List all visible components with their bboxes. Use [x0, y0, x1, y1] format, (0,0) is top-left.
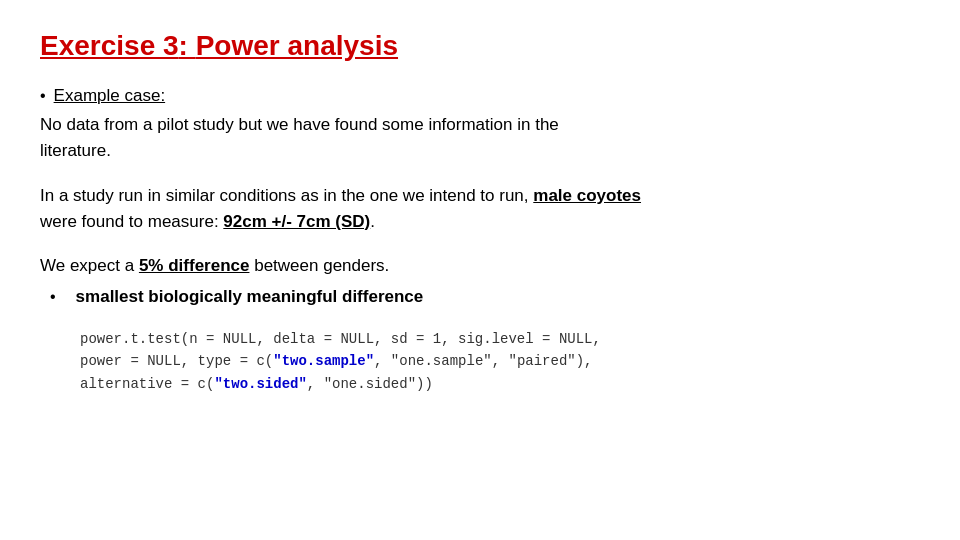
paragraph-2-measure: 92cm +/- 7cm (SD) [223, 212, 370, 231]
title-exercise: Exercise 3 [40, 30, 179, 61]
paragraph-2-bold-underline: male coyotes [533, 186, 641, 205]
paragraph-1-line2: literature. [40, 141, 111, 160]
paragraph-3-bold-underline: 5% difference [139, 256, 250, 275]
paragraph-1: No data from a pilot study but we have f… [40, 112, 920, 165]
paragraph-3-suffix: between genders. [249, 256, 389, 275]
paragraph-3-prefix: We expect a [40, 256, 139, 275]
paragraph-3-section: We expect a 5% difference between gender… [40, 253, 920, 310]
paragraph-3: We expect a 5% difference between gender… [40, 253, 920, 279]
paragraph-2: In a study run in similar conditions as … [40, 183, 920, 236]
paragraph-2-section: In a study run in similar conditions as … [40, 183, 920, 236]
code-line-3: alternative = c("two.sided", "one.sided"… [80, 373, 920, 395]
sub-bullet: • smallest biologically meaningful diffe… [40, 284, 920, 310]
paragraph-1-line1: No data from a pilot study but we have f… [40, 115, 559, 134]
code-highlight-2: "two.sided" [214, 376, 306, 392]
code-line-1: power.t.test(n = NULL, delta = NULL, sd … [80, 328, 920, 350]
example-label: Example case: [54, 86, 166, 106]
code-block: power.t.test(n = NULL, delta = NULL, sd … [80, 328, 920, 395]
example-section: • Example case: No data from a pilot stu… [40, 86, 920, 165]
paragraph-2-prefix: In a study run in similar conditions as … [40, 186, 533, 205]
sub-bullet-label: smallest biologically meaningful differe… [76, 284, 424, 310]
paragraph-2-measure-suffix: . [370, 212, 375, 231]
bullet-dot: • [40, 87, 46, 105]
title-rest: Power analysis [196, 30, 398, 61]
title-colon: : [179, 30, 196, 61]
page-title: Exercise 3: Power analysis [40, 30, 920, 62]
paragraph-2-measure-prefix: were found to measure: [40, 212, 223, 231]
example-bullet: • Example case: [40, 86, 920, 106]
code-line-2: power = NULL, type = c("two.sample", "on… [80, 350, 920, 372]
sub-bullet-dot: • [50, 285, 56, 310]
code-highlight-1: "two.sample" [273, 353, 374, 369]
